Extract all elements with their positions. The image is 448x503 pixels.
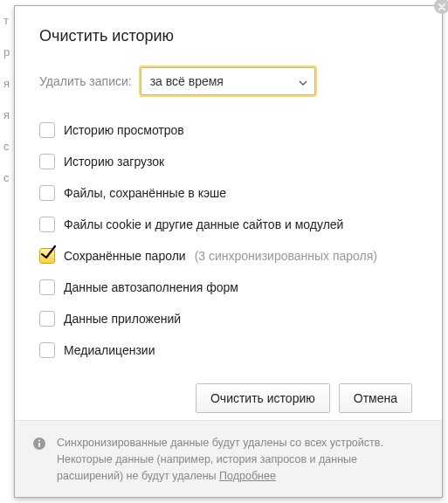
option-row[interactable]: Файлы, сохранённые в кэше [39,177,433,209]
time-range-value: за всё время [150,74,224,88]
dialog-footer: Синхронизированные данные будут удалены … [15,420,442,497]
option-label: Историю просмотров [64,123,184,137]
option-row[interactable]: Историю загрузок [39,146,433,177]
svg-point-2 [38,439,40,441]
footer-text: Синхронизированные данные будут удалены … [57,435,424,486]
close-icon [438,0,445,14]
checkbox[interactable] [39,248,55,264]
dialog-title: Очистить историю [15,6,442,63]
option-label: Историю загрузок [64,155,164,169]
clear-history-dialog: Очистить историю Удалить записи: за всё … [14,5,443,498]
option-row[interactable]: Данные автозаполнения форм [39,272,433,303]
option-label: Медиалицензии [64,343,155,357]
option-label: Сохранённые пароли [64,249,186,263]
checkbox[interactable] [39,154,55,169]
dialog-actions: Очистить историю Отмена [39,369,433,413]
option-row[interactable]: Данные приложений [39,303,433,334]
option-label: Файлы cookie и другие данные сайтов и мо… [64,217,343,231]
option-row[interactable]: Медиалицензии [39,334,433,366]
time-range-row: Удалить записи: за всё время [39,67,433,95]
time-range-label: Удалить записи: [39,74,132,88]
clear-button[interactable]: Очистить историю [196,383,330,413]
checkbox[interactable] [39,279,55,295]
checkbox[interactable] [39,185,55,201]
option-row[interactable]: Сохранённые пароли(3 синхронизированных … [39,240,433,272]
checkbox[interactable] [39,217,55,232]
option-label: Данные автозаполнения форм [64,280,238,294]
time-range-select[interactable]: за всё время [141,67,315,95]
option-label: Данные приложений [64,312,181,326]
svg-rect-1 [38,443,40,447]
close-button[interactable] [434,0,448,14]
option-hint: (3 синхронизированных пароля) [195,249,377,263]
option-label: Файлы, сохранённые в кэше [64,186,226,200]
option-row[interactable]: Файлы cookie и другие данные сайтов и мо… [39,209,433,240]
checkbox[interactable] [39,342,55,358]
dialog-body: Удалить записи: за всё время Историю про… [15,64,442,420]
chevron-down-icon [299,74,307,88]
checkbox[interactable] [39,311,55,327]
info-icon [32,437,46,451]
option-row[interactable]: Историю просмотров [39,114,433,146]
options-list: Историю просмотровИсторию загрузокФайлы,… [39,114,433,366]
learn-more-link[interactable]: Подробнее [219,470,276,482]
cancel-button[interactable]: Отмена [339,383,412,413]
checkbox[interactable] [39,122,55,138]
